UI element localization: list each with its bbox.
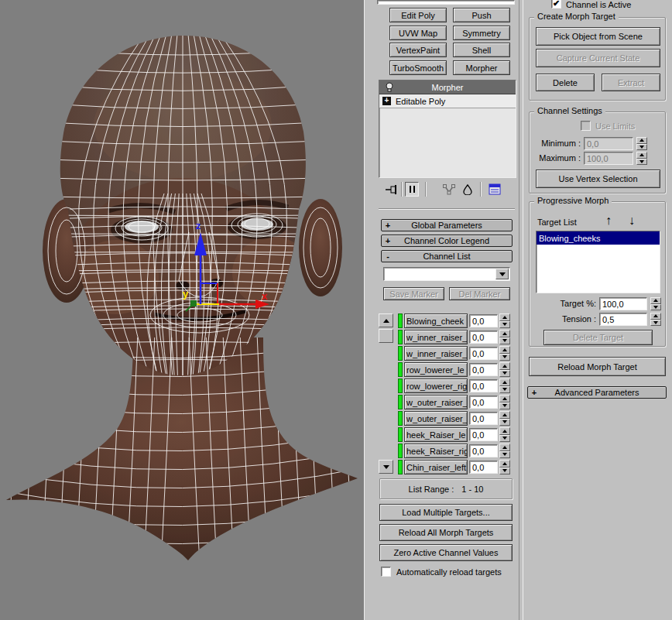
move-target-up-icon[interactable]: ↑ [605,214,612,227]
pick-object-from-scene-button[interactable]: Pick Object from Scene [536,27,660,46]
chevron-down-icon[interactable] [495,269,509,279]
maximum-field[interactable]: 100,0 [584,152,633,165]
tension-spinner[interactable] [650,313,661,326]
scroll-down-button[interactable] [379,460,393,474]
maximum-spinner[interactable] [636,152,647,165]
target-pct-field[interactable]: 100,0 [599,297,647,310]
plus-box-icon[interactable]: + [382,97,391,105]
remove-modifier-icon[interactable] [461,182,475,197]
target-list[interactable]: Blowing_cheeks [536,231,660,293]
push-button[interactable]: Push [453,8,510,22]
3d-viewport[interactable]: z x y [0,0,364,620]
stack-item-editable-poly[interactable]: + Editable Poly [379,94,516,108]
marker-dropdown[interactable] [383,267,510,281]
minimum-spinner[interactable] [636,137,647,150]
modifier-list-dropdown-clipped[interactable] [377,0,515,5]
channel-value-field[interactable]: 0,0 [469,314,498,327]
rollout-title: Global Parameters [394,221,499,230]
make-unique-icon[interactable] [442,182,456,197]
channel-value-spinner[interactable] [499,346,510,361]
expand-icon[interactable]: + [382,236,394,245]
channel-button[interactable]: w_inner_raiser_ [404,330,468,344]
uvw-map-button[interactable]: UVW Map [389,26,447,40]
edit-poly-button[interactable]: Edit Poly [389,8,447,22]
vertexpaint-button[interactable]: VertexPaint [389,43,447,57]
channel-button[interactable]: w_inner_raiser_ [404,346,468,361]
list-range-label: List Range : [409,485,454,494]
channel-marker [398,379,403,393]
tension-field[interactable]: 0,5 [599,313,647,326]
capture-current-state-button[interactable]: Capture Current State [536,49,660,67]
rollout-channel-color-legend[interactable]: + Channel Color Legend [381,235,513,247]
channel-value-spinner[interactable] [499,313,510,328]
toolbar-separator [480,182,482,197]
del-marker-button[interactable]: Del Marker [449,287,510,300]
channel-value-spinner[interactable] [499,379,510,393]
pin-stack-icon[interactable] [385,182,399,197]
scroll-up-button[interactable] [379,313,393,327]
target-pct-label: Target %: [537,299,596,308]
channel-button[interactable]: heek_Raiser_le [404,427,468,442]
channel-value-field[interactable]: 0,0 [469,444,498,457]
target-pct-spinner[interactable] [650,297,661,310]
channel-button[interactable]: row_lowerer_rig [404,379,468,393]
channel-value-spinner[interactable] [499,330,510,344]
symmetry-button[interactable]: Symmetry [453,26,510,40]
lightbulb-icon[interactable] [379,82,399,93]
channel-value-field[interactable]: 0,0 [469,331,498,344]
stack-item-morpher[interactable]: Morpher [379,80,516,94]
scrollbar-thumb[interactable] [379,329,393,343]
channel-button[interactable]: row_lowerer_le [404,362,468,377]
reload-morph-target-button[interactable]: Reload Morph Target [529,357,666,376]
show-end-result-icon[interactable] [405,182,419,197]
rollout-channel-list[interactable]: - Channel List [381,250,513,262]
use-limits-label: Use Limits [595,122,635,131]
channel-value-spinner[interactable] [499,411,510,426]
head-model-wireframe: z x y [0,0,364,620]
shell-button[interactable]: Shell [453,43,510,57]
delete-target-button[interactable]: Delete Target [543,330,653,345]
extract-button[interactable]: Extract [602,74,660,91]
rollout-advanced-parameters[interactable]: + Advanced Parameters [527,386,667,399]
channel-button[interactable]: Blowing_cheek [404,313,468,328]
channel-button[interactable]: Chin_raiser_left [404,460,468,474]
load-multiple-targets-button[interactable]: Load Multiple Targets... [379,504,513,521]
zero-active-channel-values-button[interactable]: Zero Active Channel Values [379,544,513,561]
channel-value-spinner[interactable] [499,427,510,442]
channel-value-spinner[interactable] [499,444,510,458]
collapse-icon[interactable]: - [382,252,394,261]
channel-value-field[interactable]: 0,0 [469,363,498,376]
rollout-global-parameters[interactable]: + Global Parameters [381,219,513,231]
move-target-down-icon[interactable]: ↓ [629,214,635,227]
expand-icon[interactable]: + [382,221,394,230]
delete-button[interactable]: Delete [536,74,595,91]
target-list-item-selected[interactable]: Blowing_cheeks [537,231,660,245]
morpher-button[interactable]: Morpher [453,60,510,75]
configure-modifier-sets-icon[interactable] [488,182,502,197]
channel-value-spinner[interactable] [499,395,510,409]
channel-is-active-checkbox[interactable]: ✔ [551,0,561,9]
channel-value-field[interactable]: 0,0 [469,396,498,409]
channel-button[interactable]: w_outer_raiser_ [404,411,468,426]
use-vertex-selection-button[interactable]: Use Vertex Selection [536,170,660,188]
group-title: Channel Settings [534,106,605,115]
channel-value-field[interactable]: 0,0 [469,461,498,474]
turbosmooth-button[interactable]: TurboSmooth [389,60,447,75]
minimum-label: Minimum : [533,139,581,148]
minimum-field[interactable]: 0,0 [584,137,633,150]
channel-value-spinner[interactable] [499,362,510,377]
channel-value-field[interactable]: 0,0 [469,428,498,441]
channel-value-field[interactable]: 0,0 [469,379,498,392]
channel-button[interactable]: w_outer_raiser_ [404,395,468,409]
save-marker-button[interactable]: Save Marker [383,287,444,300]
use-limits-checkbox[interactable] [581,121,591,131]
channel-value-field[interactable]: 0,0 [469,412,498,425]
channel-value-field[interactable]: 0,0 [469,347,498,360]
reload-all-morph-targets-button[interactable]: Reload All Morph Targets [379,524,513,541]
auto-reload-checkbox[interactable] [381,567,391,577]
modifier-stack-list[interactable]: Morpher + Editable Poly [379,80,516,178]
channel-button[interactable]: heek_Raiser_rig [404,444,468,458]
expand-icon[interactable]: + [528,388,540,397]
channel-value-spinner[interactable] [499,460,510,474]
group-title: Progressive Morph [534,196,612,205]
